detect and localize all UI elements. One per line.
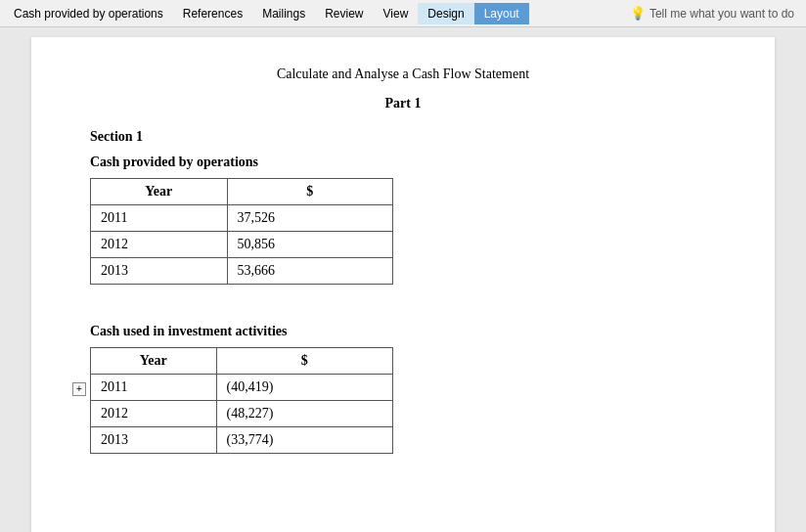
- table2-val-1[interactable]: (40,419): [216, 375, 393, 401]
- table1-col-year: Year: [91, 179, 228, 205]
- part-title: Part 1: [90, 96, 716, 111]
- table2-col-dollars: $: [216, 348, 393, 375]
- menu-design[interactable]: Design: [418, 3, 473, 24]
- menu-references[interactable]: References: [173, 3, 252, 24]
- table2-label: Cash used in investment activities: [90, 324, 716, 339]
- expand-button[interactable]: +: [72, 382, 86, 396]
- menu-view[interactable]: View: [374, 3, 419, 24]
- table1-year-3[interactable]: 2013: [91, 258, 228, 285]
- document-title: Calculate and Analyse a Cash Flow Statem…: [90, 66, 716, 82]
- table1-col-dollars: $: [227, 179, 392, 205]
- table-row: 2013 53,666: [91, 258, 393, 285]
- menu-layout[interactable]: Cash provided by operations: [4, 3, 173, 24]
- table1-year-2[interactable]: 2012: [91, 232, 228, 258]
- table1-wrapper: Year $ 2011 37,526 2012 50,856 2013: [90, 178, 716, 285]
- table1-val-1[interactable]: 37,526: [227, 205, 392, 232]
- lightbulb-icon: 💡: [630, 6, 646, 21]
- section-label: Section 1: [90, 129, 716, 145]
- table2-wrapper: + Year $ 2011 (40,419) 2012 (48,227): [90, 347, 716, 454]
- table2-year-3[interactable]: 2013: [91, 427, 217, 454]
- document-area: Calculate and Analyse a Cash Flow Statem…: [0, 27, 806, 532]
- table1-year-1[interactable]: 2011: [91, 205, 228, 232]
- table-row: 2011 (40,419): [91, 375, 393, 401]
- menu-mailings[interactable]: Mailings: [252, 3, 315, 24]
- menubar: Cash provided by operations References M…: [0, 0, 806, 27]
- table2-col-year: Year: [91, 348, 217, 375]
- table-row: 2012 (48,227): [91, 401, 393, 427]
- table1: Year $ 2011 37,526 2012 50,856 2013: [90, 178, 393, 285]
- table2-val-3[interactable]: (33,774): [216, 427, 393, 454]
- table-row: 2013 (33,774): [91, 427, 393, 454]
- table1-val-3[interactable]: 53,666: [227, 258, 392, 285]
- table2: Year $ 2011 (40,419) 2012 (48,227) 2013: [90, 347, 393, 454]
- table1-val-2[interactable]: 50,856: [227, 232, 392, 258]
- page: Calculate and Analyse a Cash Flow Statem…: [31, 37, 775, 532]
- menu-review[interactable]: Review: [315, 3, 373, 24]
- tell-me-bar: 💡 Tell me what you want to do: [630, 6, 802, 21]
- table2-year-1[interactable]: 2011: [91, 375, 217, 401]
- table2-val-2[interactable]: (48,227): [216, 401, 393, 427]
- table-row: 2011 37,526: [91, 205, 393, 232]
- table-row: 2012 50,856: [91, 232, 393, 258]
- table1-label: Cash provided by operations: [90, 155, 716, 170]
- tell-me-text[interactable]: Tell me what you want to do: [649, 7, 794, 21]
- table2-year-2[interactable]: 2012: [91, 401, 217, 427]
- menu-layout-active[interactable]: Layout: [474, 3, 529, 24]
